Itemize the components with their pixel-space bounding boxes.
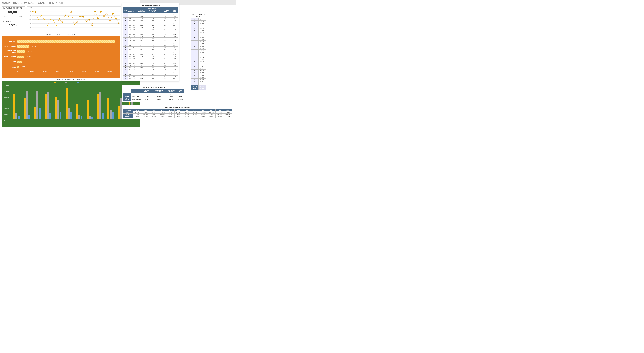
kpi-pct-value: 157% <box>3 22 24 28</box>
dashboard-page: MARKETING CRM DASHBOARD TEMPLATE TOTAL L… <box>0 0 236 128</box>
lbd-title: TOTAL LEADS BY DATE <box>191 14 206 18</box>
svg-point-28 <box>70 10 72 12</box>
bar-group: FEB <box>22 91 32 118</box>
svg-point-39 <box>104 16 105 17</box>
svg-text:3,000: 3,000 <box>29 19 32 20</box>
bar-chart-horizontal: LEADS PER SOURCE THIS MONTH WEB VISITCAP… <box>2 36 120 78</box>
svg-point-30 <box>76 21 78 22</box>
svg-point-42 <box>112 13 114 14</box>
kpi-leads-label: TOTAL LEADS THIS MONTH <box>3 7 24 9</box>
bar-row: SALE ACCEPTED5,372 <box>2 54 120 60</box>
svg-point-24 <box>58 18 60 20</box>
leads30-title: LEADS OVER 30 DAYS <box>123 4 178 6</box>
svg-point-27 <box>68 16 69 17</box>
tm-title: TRAFFIC SOURCE BY MONTH <box>123 106 232 108</box>
page-title: MARKETING CRM DASHBOARD TEMPLATE <box>2 1 64 4</box>
svg-point-41 <box>110 21 110 22</box>
svg-point-43 <box>116 18 116 19</box>
kpi-leads-value: 99,907 <box>3 9 24 15</box>
svg-text:2,000: 2,000 <box>29 23 32 24</box>
bar-group: AUG <box>84 100 95 118</box>
bar-group: JUN <box>64 88 74 118</box>
svg-point-34 <box>88 19 90 20</box>
table-traffic-month: SOURCEJANFEBMARAPRMAYJUNJULAUGSEPOCTNOVD… <box>123 109 232 118</box>
svg-point-26 <box>65 15 66 16</box>
svg-point-29 <box>74 24 75 25</box>
legend-search: SEARCH <box>68 82 74 84</box>
bar-row: PLUS1,516 <box>2 64 120 70</box>
svg-point-17 <box>38 19 39 20</box>
svg-point-15 <box>32 11 33 12</box>
svg-point-33 <box>86 20 87 22</box>
kpi-goal-value: 63,500 <box>19 16 24 18</box>
svg-point-37 <box>98 18 98 19</box>
svg-text:6,000: 6,000 <box>29 7 32 8</box>
bar-row: ACTIONABLE LEAD6,187 <box>2 49 120 54</box>
lbs-title: TOTAL LEADS BY SOURCE <box>123 86 184 88</box>
panel-leads-by-date: TOTAL LEADS BY DATE 15,13724,92932,93344… <box>190 13 207 91</box>
panel-leads-by-source: TOTAL LEADS BY SOURCE PLUSOPPSALE ACCEPT… <box>122 85 186 102</box>
bar-row: WEB VISIT <box>2 39 120 44</box>
panel-traffic-month: TRAFFIC SOURCE BY MONTH SOURCEJANFEBMARA… <box>122 105 233 119</box>
svg-point-40 <box>106 12 108 14</box>
line-chart: 01,0002,0003,0004,0005,0006,000123456789… <box>27 6 121 34</box>
svg-text:4,000: 4,000 <box>29 15 32 16</box>
kpi-pct-label: % OF GOAL <box>3 20 24 22</box>
panel-leads-30: LEADS OVER 30 DAYS DATELEAD SOURCEPLUSOP… <box>122 3 179 81</box>
bar-group: MAY <box>53 96 64 118</box>
bar-group: MAR <box>32 91 43 118</box>
svg-point-44 <box>118 22 120 24</box>
svg-point-18 <box>41 15 42 16</box>
legend-direct: DIRECT <box>57 82 62 84</box>
svg-point-35 <box>92 25 93 26</box>
svg-point-21 <box>50 19 51 20</box>
svg-point-19 <box>44 19 45 20</box>
kpi-pct-goal: % OF GOAL 157% <box>2 20 26 29</box>
bar-group: APR <box>42 92 53 118</box>
svg-point-23 <box>56 25 57 26</box>
bar-group: SEP <box>95 92 106 118</box>
bar-group: JUL <box>74 104 84 118</box>
svg-point-20 <box>47 25 48 26</box>
svg-point-16 <box>35 12 36 12</box>
svg-point-36 <box>94 11 96 12</box>
bar-h-title: LEADS PER SOURCE THIS MONTH <box>2 33 120 36</box>
svg-text:1,000: 1,000 <box>29 27 32 28</box>
svg-point-31 <box>80 16 81 17</box>
svg-point-25 <box>62 22 63 23</box>
svg-point-32 <box>82 16 84 17</box>
bar-chart-vertical: TRAFFIC PER SOURCE THIS YEAR DIRECT SEAR… <box>2 81 140 127</box>
table-leads30: DATELEAD SOURCEPLUSOPPSALE ACCEPTEDACTIO… <box>123 7 178 80</box>
table-leads-by-source: PLUSOPPSALE ACCEPTEDACTIONABLE LEADCAPTU… <box>123 89 184 101</box>
svg-text:0: 0 <box>31 31 32 32</box>
svg-point-22 <box>53 20 54 21</box>
svg-text:5,000: 5,000 <box>29 11 32 12</box>
bar-group: JAN <box>11 94 22 118</box>
bar-v-legend: DIRECT SEARCH REFERAL <box>2 81 140 85</box>
svg-point-38 <box>100 11 102 12</box>
kpi-goal-label: GOAL <box>3 16 8 18</box>
legend-referal: REFERAL <box>80 82 86 84</box>
kpi-area: TOTAL LEADS THIS MONTH 99,907 GOAL 63,50… <box>2 6 26 30</box>
bar-v-title: TRAFFIC PER SOURCE THIS YEAR <box>2 78 140 81</box>
bar-row: CAPTURED LEAD9,193 <box>2 44 120 49</box>
table-leads-by-date: 15,13724,92932,93344,09153,03061,39973,0… <box>191 18 206 90</box>
kpi-total-leads: TOTAL LEADS THIS MONTH 99,907 GOAL 63,50… <box>2 6 26 19</box>
bar-group: OCT <box>106 98 116 118</box>
bar-row: OPP3,491 <box>2 60 120 64</box>
